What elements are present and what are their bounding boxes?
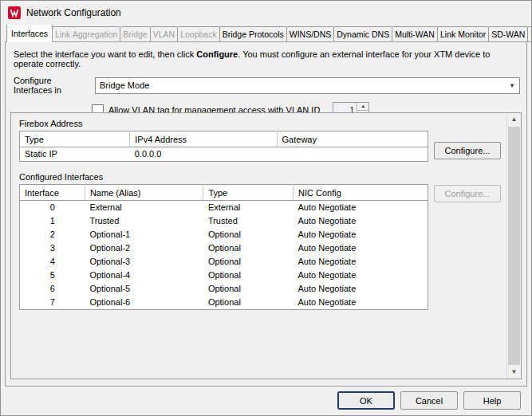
scrollbar-up-icon[interactable]: ▲ bbox=[507, 113, 521, 126]
cell-nic: Auto Negotiate bbox=[294, 296, 428, 310]
firebox-address-header-row: Type IPv4 Address Gateway bbox=[20, 131, 428, 147]
cell-type: Optional bbox=[203, 228, 294, 241]
firebox-address-table: Type IPv4 Address Gateway Static IP 0.0.… bbox=[19, 131, 428, 162]
col-header-type[interactable]: Type bbox=[20, 131, 130, 147]
cell-nic: Auto Negotiate bbox=[294, 241, 428, 255]
firebox-configure-button[interactable]: Configure... bbox=[434, 142, 501, 159]
cell-nic: Auto Negotiate bbox=[294, 201, 428, 215]
tab-wins-dns[interactable]: WINS/DNS bbox=[286, 26, 335, 42]
tab-bridge-protocols[interactable]: Bridge Protocols bbox=[219, 26, 287, 42]
tab-strip: Interfaces Link Aggregation Bridge VLAN … bbox=[1, 25, 531, 42]
tab-vlan[interactable]: VLAN bbox=[150, 26, 178, 42]
table-row[interactable]: 3 Optional-2 Optional Auto Negotiate bbox=[20, 241, 428, 255]
tab-pppoe[interactable]: PPPoE bbox=[527, 26, 531, 42]
col-header-nic-config[interactable]: NIC Config bbox=[294, 185, 428, 201]
help-button[interactable]: Help bbox=[463, 391, 521, 410]
cell-name: Optional-2 bbox=[85, 241, 203, 255]
table-row[interactable]: 1 Trusted Trusted Auto Negotiate bbox=[20, 214, 428, 228]
tab-loopback[interactable]: Loopback bbox=[177, 26, 220, 42]
table-row[interactable]: 6 Optional-5 Optional Auto Negotiate bbox=[20, 282, 428, 296]
cell-type: Optional bbox=[203, 241, 294, 255]
tab-link-monitor[interactable]: Link Monitor bbox=[437, 26, 489, 42]
cell-nic: Auto Negotiate bbox=[294, 214, 428, 228]
cell-name: Trusted bbox=[85, 214, 203, 228]
tab-link-aggregation[interactable]: Link Aggregation bbox=[52, 26, 120, 42]
scrollbar-thumb[interactable] bbox=[508, 127, 520, 365]
table-row[interactable]: 7 Optional-6 Optional Auto Negotiate bbox=[20, 296, 428, 310]
instruction-pre: Select the interface you want to edit, t… bbox=[14, 49, 196, 59]
configure-interfaces-row: Configure Interfaces in Bridge Mode ▾ bbox=[14, 76, 520, 95]
cell-name: Optional-6 bbox=[85, 296, 203, 310]
table-row[interactable]: 4 Optional-3 Optional Auto Negotiate bbox=[20, 255, 428, 269]
tab-bridge[interactable]: Bridge bbox=[120, 26, 150, 42]
table-row[interactable]: 5 Optional-4 Optional Auto Negotiate bbox=[20, 269, 428, 282]
combo-selected-value: Bridge Mode bbox=[96, 80, 505, 90]
firebox-address-title: Firebox Address bbox=[19, 119, 501, 128]
vertical-scrollbar[interactable]: ▲ ▼ bbox=[506, 113, 521, 379]
cell-gateway bbox=[277, 147, 428, 162]
cell-name: External bbox=[85, 201, 203, 215]
title-bar[interactable]: Network Configuration bbox=[1, 1, 531, 25]
instruction-bold: Configure bbox=[196, 49, 238, 59]
tab-dynamic-dns[interactable]: Dynamic DNS bbox=[333, 26, 392, 42]
cell-interface: 2 bbox=[20, 228, 85, 241]
network-configuration-dialog: Network Configuration Interfaces Link Ag… bbox=[0, 0, 532, 416]
col-header-gateway[interactable]: Gateway bbox=[277, 131, 428, 147]
chevron-down-icon[interactable]: ▾ bbox=[505, 81, 519, 89]
cell-nic: Auto Negotiate bbox=[294, 269, 428, 282]
cell-interface: 1 bbox=[20, 214, 85, 228]
firebox-button-column: Configure... bbox=[434, 131, 501, 159]
table-row[interactable]: Static IP 0.0.0.0 bbox=[20, 147, 428, 162]
configured-interfaces-header-row: Interface Name (Alias) Type NIC Config bbox=[20, 185, 428, 201]
instruction-text: Select the interface you want to edit, t… bbox=[14, 49, 518, 69]
dialog-footer: OK Cancel Help bbox=[337, 391, 521, 410]
cell-interface: 5 bbox=[20, 269, 85, 282]
tab-interfaces[interactable]: Interfaces bbox=[6, 25, 53, 42]
cell-name: Optional-1 bbox=[85, 228, 203, 241]
tab-sd-wan[interactable]: SD-WAN bbox=[488, 26, 528, 42]
interface-configure-button[interactable]: Configure... bbox=[434, 185, 501, 202]
col-header-interface[interactable]: Interface bbox=[20, 185, 85, 201]
ok-button[interactable]: OK bbox=[337, 391, 395, 410]
table-row[interactable]: 2 Optional-1 Optional Auto Negotiate bbox=[20, 228, 428, 241]
cell-type: Optional bbox=[203, 269, 294, 282]
interface-button-column: Configure... bbox=[434, 184, 501, 202]
cell-interface: 6 bbox=[20, 282, 85, 296]
cell-type: Optional bbox=[203, 255, 294, 269]
cell-type: Static IP bbox=[20, 147, 130, 162]
interfaces-scroll-panel: Firebox Address Type IPv4 Address Gatewa… bbox=[10, 112, 522, 379]
configure-interfaces-select[interactable]: Bridge Mode ▾ bbox=[95, 77, 520, 94]
configured-interfaces-section: Interface Name (Alias) Type NIC Config 0… bbox=[19, 184, 501, 310]
cell-nic: Auto Negotiate bbox=[294, 255, 428, 269]
cell-interface: 4 bbox=[20, 255, 85, 269]
cell-type: External bbox=[203, 201, 294, 215]
cell-name: Optional-5 bbox=[85, 282, 203, 296]
cell-interface: 3 bbox=[20, 241, 85, 255]
configure-interfaces-label: Configure Interfaces in bbox=[14, 76, 90, 95]
app-icon bbox=[8, 6, 21, 19]
col-header-ipv4-address[interactable]: IPv4 Address bbox=[130, 131, 277, 147]
cell-type: Trusted bbox=[203, 214, 294, 228]
col-header-type[interactable]: Type bbox=[203, 185, 294, 201]
cell-ipv4: 0.0.0.0 bbox=[130, 147, 277, 162]
cell-nic: Auto Negotiate bbox=[294, 228, 428, 241]
firebox-address-section: Type IPv4 Address Gateway Static IP 0.0.… bbox=[19, 131, 501, 162]
cell-interface: 0 bbox=[20, 201, 85, 215]
configured-interfaces-table: Interface Name (Alias) Type NIC Config 0… bbox=[19, 184, 428, 310]
tab-multi-wan[interactable]: Multi-WAN bbox=[392, 26, 438, 42]
interfaces-tab-panel: Select the interface you want to edit, t… bbox=[5, 41, 527, 387]
scrollbar-down-icon[interactable]: ▼ bbox=[507, 366, 521, 379]
cell-interface: 7 bbox=[20, 296, 85, 310]
cell-name: Optional-4 bbox=[85, 269, 203, 282]
cancel-button[interactable]: Cancel bbox=[400, 391, 458, 410]
table-row[interactable]: 0 External External Auto Negotiate bbox=[20, 201, 428, 215]
configured-interfaces-title: Configured Interfaces bbox=[19, 172, 501, 182]
cell-name: Optional-3 bbox=[85, 255, 203, 269]
spinner-up-icon[interactable]: ▲ bbox=[357, 103, 368, 111]
cell-type: Optional bbox=[203, 296, 294, 310]
cell-nic: Auto Negotiate bbox=[294, 282, 428, 296]
cell-type: Optional bbox=[203, 282, 294, 296]
window-title: Network Configuration bbox=[26, 7, 121, 18]
scroll-content: Firebox Address Type IPv4 Address Gatewa… bbox=[11, 113, 507, 379]
col-header-name-alias[interactable]: Name (Alias) bbox=[85, 185, 203, 201]
